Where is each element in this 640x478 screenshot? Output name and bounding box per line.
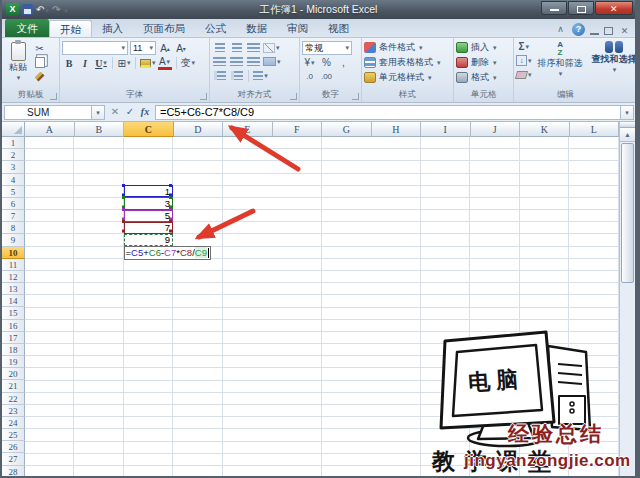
column-header-I[interactable]: I <box>421 122 471 137</box>
increase-indent-icon[interactable] <box>229 69 244 82</box>
collapse-ribbon-icon[interactable]: ∧ <box>554 23 567 36</box>
decrease-decimal-icon[interactable]: .00 <box>319 70 334 83</box>
align-bottom-icon[interactable] <box>246 41 261 54</box>
scroll-up-icon[interactable]: ▲ <box>620 128 635 142</box>
font-name-select[interactable] <box>62 41 128 55</box>
tab-开始[interactable]: 开始 <box>49 20 92 37</box>
row-header-5[interactable]: 5 <box>2 186 25 198</box>
row-header-16[interactable]: 16 <box>2 320 25 332</box>
fill-color-button[interactable] <box>140 56 156 70</box>
workbook-restore-icon[interactable] <box>604 27 613 35</box>
cell-C8[interactable]: 7 <box>124 222 174 234</box>
decrease-indent-icon[interactable] <box>212 69 227 82</box>
row-header-17[interactable]: 17 <box>2 332 25 344</box>
column-header-K[interactable]: K <box>520 122 570 137</box>
column-header-B[interactable]: B <box>75 122 125 137</box>
name-box-dropdown-icon[interactable]: ▾ <box>92 105 105 120</box>
underline-button[interactable]: U <box>94 56 108 70</box>
find-select-button[interactable]: 查找和选择 <box>589 40 640 81</box>
insert-cells-button[interactable]: 插入 <box>456 40 511 55</box>
bold-button[interactable]: B <box>62 56 76 70</box>
cut-icon[interactable]: ✂ <box>32 42 47 55</box>
row-header-27[interactable]: 27 <box>2 453 25 465</box>
tab-页面布局[interactable]: 页面布局 <box>133 20 195 37</box>
enter-formula-icon[interactable]: ✓ <box>123 105 137 119</box>
row-header-19[interactable]: 19 <box>2 356 25 368</box>
alignment-dialog-launcher[interactable] <box>290 93 297 100</box>
row-header-4[interactable]: 4 <box>2 174 25 186</box>
column-header-D[interactable]: D <box>174 122 224 137</box>
column-header-J[interactable]: J <box>471 122 521 137</box>
font-color-button[interactable]: A <box>158 56 172 70</box>
row-header-15[interactable]: 15 <box>2 307 25 319</box>
paste-button[interactable]: 粘贴 <box>4 40 32 83</box>
row-header-2[interactable]: 2 <box>2 149 25 161</box>
delete-cells-button[interactable]: 删除 <box>456 55 511 70</box>
phonetic-guide-button[interactable]: 变 <box>181 56 196 70</box>
format-painter-icon[interactable] <box>32 70 47 83</box>
row-header-11[interactable]: 11 <box>2 259 25 271</box>
fill-button[interactable]: ↓ <box>516 54 532 67</box>
tab-插入[interactable]: 插入 <box>92 20 133 37</box>
cell-C10-editing[interactable]: =C5+C6-C7*C8/C9 <box>124 246 211 260</box>
column-header-C[interactable]: C <box>124 122 174 137</box>
cell-C5[interactable]: 1 <box>124 185 174 197</box>
borders-button[interactable]: ⊞ <box>117 56 131 70</box>
scrollbar-thumb[interactable] <box>621 143 634 283</box>
format-as-table-button[interactable]: 套用表格格式 <box>364 55 451 70</box>
orientation-icon[interactable] <box>263 41 280 54</box>
cell-C6[interactable]: 3 <box>124 197 174 209</box>
row-header-24[interactable]: 24 <box>2 417 25 429</box>
row-header-12[interactable]: 12 <box>2 271 25 283</box>
cell-C9[interactable]: 9 <box>124 234 174 246</box>
tab-数据[interactable]: 数据 <box>236 20 277 37</box>
tab-file[interactable]: 文件 <box>5 19 49 37</box>
row-header-26[interactable]: 26 <box>2 441 25 453</box>
row-header-20[interactable]: 20 <box>2 368 25 380</box>
column-header-G[interactable]: G <box>322 122 372 137</box>
insert-function-icon[interactable]: fx <box>138 105 152 119</box>
align-left-icon[interactable] <box>212 55 227 68</box>
cell-styles-button[interactable]: 单元格样式 <box>364 70 451 85</box>
comma-style-icon[interactable]: , <box>336 56 351 69</box>
merge-center-icon[interactable] <box>263 55 281 68</box>
row-header-3[interactable]: 3 <box>2 161 25 173</box>
shrink-font-button[interactable]: A <box>174 41 188 55</box>
formula-input[interactable]: =C5+C6-C7*C8/C9 <box>155 105 620 120</box>
tab-审阅[interactable]: 审阅 <box>277 20 318 37</box>
column-header-F[interactable]: F <box>273 122 323 137</box>
autosum-button[interactable]: Σ <box>516 40 532 53</box>
number-dialog-launcher[interactable] <box>352 93 359 100</box>
row-header-22[interactable]: 22 <box>2 393 25 405</box>
row-header-14[interactable]: 14 <box>2 295 25 307</box>
cells-area[interactable]: 13579=C5+C6-C7*C8/C9 <box>25 137 619 478</box>
row-header-13[interactable]: 13 <box>2 283 25 295</box>
row-header-18[interactable]: 18 <box>2 344 25 356</box>
row-header-8[interactable]: 8 <box>2 222 25 234</box>
help-icon[interactable]: ? <box>572 23 585 36</box>
row-header-28[interactable]: 28 <box>2 466 25 478</box>
row-header-1[interactable]: 1 <box>2 137 25 149</box>
grow-font-button[interactable]: A <box>158 41 172 55</box>
clipboard-dialog-launcher[interactable] <box>50 93 57 100</box>
accounting-format-icon[interactable]: ¥ <box>302 56 317 69</box>
italic-button[interactable]: I <box>78 56 92 70</box>
tab-视图[interactable]: 视图 <box>318 20 359 37</box>
cell-C7[interactable]: 5 <box>124 210 174 222</box>
row-header-23[interactable]: 23 <box>2 405 25 417</box>
conditional-formatting-button[interactable]: 条件格式 <box>364 40 451 55</box>
increase-decimal-icon[interactable]: .0 <box>302 70 317 83</box>
formula-bar-expand-icon[interactable]: ▾ <box>620 105 634 120</box>
tab-公式[interactable]: 公式 <box>195 20 236 37</box>
number-format-select[interactable]: 常规 <box>302 41 352 55</box>
row-header-10[interactable]: 10 <box>2 247 25 259</box>
column-header-H[interactable]: H <box>372 122 422 137</box>
column-header-L[interactable]: L <box>570 122 620 137</box>
maximize-button[interactable] <box>568 1 594 15</box>
align-middle-icon[interactable] <box>229 41 244 54</box>
close-button[interactable]: ✕ <box>595 1 633 15</box>
column-header-A[interactable]: A <box>25 122 75 137</box>
cancel-formula-icon[interactable]: ✕ <box>108 105 122 119</box>
align-top-icon[interactable] <box>212 41 227 54</box>
font-dialog-launcher[interactable] <box>200 93 207 100</box>
